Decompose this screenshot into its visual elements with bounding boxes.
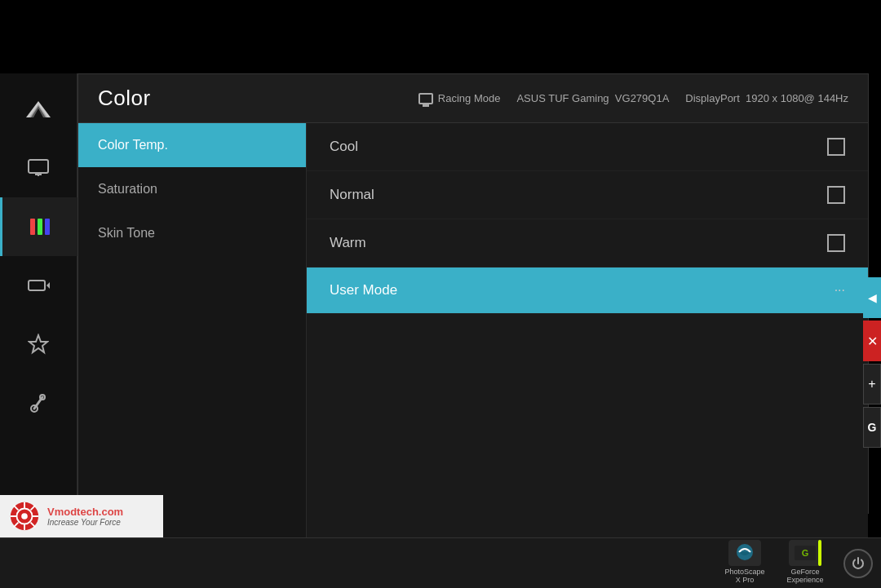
osd-container: Color Racing Mode ASUS TUF Gaming VG279Q… [77, 73, 869, 514]
taskbar-app-geforce[interactable]: G GeForceExperience [777, 540, 834, 587]
wrench-icon [28, 392, 49, 413]
sidebar-item-display[interactable] [0, 139, 77, 197]
menu-item-color-temp[interactable]: Color Temp. [78, 123, 306, 167]
watermark-tagline: Increase Your Force [47, 518, 123, 527]
color-icon [29, 217, 51, 237]
taskbar: PhotoScapeX Pro G GeForceExperience [0, 537, 881, 588]
connection-info: DisplayPort 1920 x 1080@ 144Hz [685, 92, 848, 104]
svg-rect-7 [30, 219, 35, 235]
watermark-text: Vmodtech.com Increase Your Force [47, 506, 123, 527]
sidebar-icons [0, 73, 77, 514]
sidebar-item-favorite[interactable] [0, 315, 77, 374]
svg-rect-4 [29, 160, 48, 173]
plus-button[interactable]: + [863, 364, 881, 405]
osd-header: Color Racing Mode ASUS TUF Gaming VG279Q… [78, 74, 868, 123]
checkbox-cool[interactable] [827, 138, 845, 156]
svg-rect-9 [45, 219, 50, 235]
racing-mode-label: Racing Mode [438, 92, 501, 104]
svg-rect-10 [29, 281, 45, 290]
geforce-label: GeForceExperience [786, 568, 823, 584]
taskbar-app-photoscape[interactable]: PhotoScapeX Pro [716, 540, 773, 587]
option-cool[interactable]: Cool [307, 123, 868, 171]
photoscape-icon [728, 540, 761, 566]
sidebar-item-logo[interactable] [0, 80, 77, 139]
svg-marker-11 [46, 282, 50, 289]
device-name: ASUS TUF Gaming VG279Q1A [516, 92, 669, 104]
arrow-left-button[interactable]: ◀ [863, 277, 881, 318]
right-content: Cool Normal Warm User Mode ··· [307, 123, 868, 562]
menu-item-skin-tone[interactable]: Skin Tone [78, 211, 306, 255]
racing-mode-section: Racing Mode [418, 92, 501, 104]
sidebar-item-color[interactable] [0, 197, 77, 256]
page-title: Color [98, 86, 151, 111]
input-icon [27, 276, 50, 295]
checkbox-normal[interactable] [827, 186, 845, 204]
svg-rect-8 [38, 219, 42, 235]
monitor-icon [418, 93, 433, 104]
watermark: Vmodtech.com Increase Your Force [0, 495, 163, 537]
user-mode-dots: ··· [835, 283, 845, 298]
option-normal[interactable]: Normal [307, 171, 868, 219]
display-icon [27, 158, 50, 178]
content-area: Color Temp. Saturation Skin Tone Cool No… [78, 123, 868, 562]
sidebar-item-settings[interactable] [0, 374, 77, 432]
option-user-mode[interactable]: User Mode ··· [307, 267, 868, 314]
geforce-icon: G [789, 540, 821, 566]
checkbox-warm[interactable] [827, 234, 845, 252]
svg-point-17 [21, 513, 28, 519]
logo-icon [24, 98, 53, 121]
header-info: Racing Mode ASUS TUF Gaming VG279Q1A Dis… [418, 92, 848, 104]
star-icon [28, 334, 49, 355]
svg-marker-12 [29, 335, 47, 352]
right-edge-controls: ◀ ✕ + G [863, 277, 881, 448]
menu-item-saturation[interactable]: Saturation [78, 167, 306, 211]
svg-text:G: G [802, 548, 809, 558]
g-button[interactable]: G [863, 407, 881, 448]
watermark-site: Vmodtech.com [47, 506, 123, 518]
power-button[interactable] [843, 549, 873, 578]
svg-marker-2 [26, 101, 51, 117]
close-button[interactable]: ✕ [863, 321, 881, 361]
sidebar-item-input[interactable] [0, 256, 77, 315]
photoscape-label: PhotoScapeX Pro [724, 568, 764, 584]
option-warm[interactable]: Warm [307, 219, 868, 267]
watermark-logo-icon [8, 500, 41, 533]
